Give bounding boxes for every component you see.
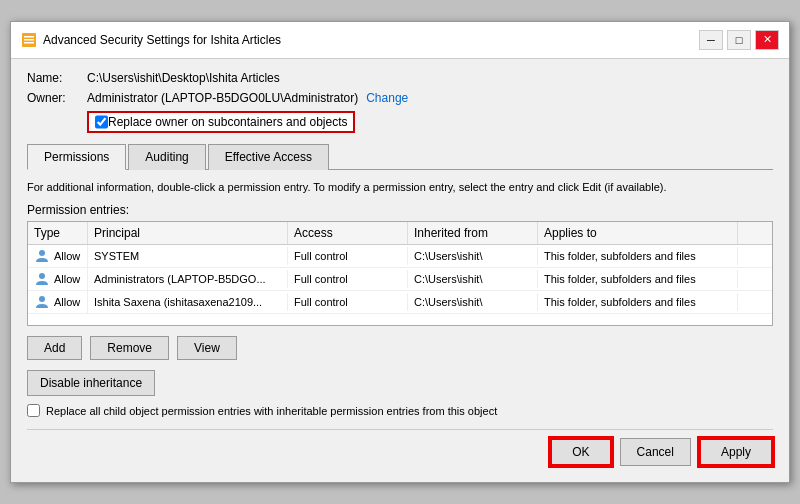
row1-access: Full control	[288, 247, 408, 265]
title-bar-controls: ─ □ ✕	[699, 30, 779, 50]
replace-owner-checkbox[interactable]	[95, 115, 108, 129]
info-text: For additional information, double-click…	[27, 180, 773, 195]
svg-rect-1	[24, 36, 34, 38]
col-access: Access	[288, 222, 408, 244]
row2-applies: This folder, subfolders and files	[538, 270, 738, 288]
content-area: Name: C:\Users\ishit\Desktop\Ishita Arti…	[11, 59, 789, 482]
minimize-button[interactable]: ─	[699, 30, 723, 50]
action-buttons: Add Remove View	[27, 336, 773, 360]
col-inherited: Inherited from	[408, 222, 538, 244]
row3-applies: This folder, subfolders and files	[538, 293, 738, 311]
tab-effective-access[interactable]: Effective Access	[208, 144, 329, 170]
row3-inherited: C:\Users\ishit\	[408, 293, 538, 311]
user-icon	[34, 248, 50, 264]
name-row: Name: C:\Users\ishit\Desktop\Ishita Arti…	[27, 71, 773, 85]
view-button[interactable]: View	[177, 336, 237, 360]
row1-applies: This folder, subfolders and files	[538, 247, 738, 265]
user-icon	[34, 271, 50, 287]
row1-principal: SYSTEM	[88, 247, 288, 265]
svg-point-6	[39, 296, 45, 302]
table-header: Type Principal Access Inherited from App…	[28, 222, 772, 245]
permission-entries-label: Permission entries:	[27, 203, 773, 217]
name-value: C:\Users\ishit\Desktop\Ishita Articles	[87, 71, 280, 85]
svg-rect-2	[24, 39, 34, 41]
row3-principal: Ishita Saxena (ishitasaxena2109...	[88, 293, 288, 311]
svg-point-5	[39, 273, 45, 279]
ok-button[interactable]: OK	[550, 438, 611, 466]
table-row[interactable]: Allow SYSTEM Full control C:\Users\ishit…	[28, 245, 772, 268]
tab-auditing[interactable]: Auditing	[128, 144, 205, 170]
name-label: Name:	[27, 71, 87, 85]
row2-principal: Administrators (LAPTOP-B5DGO...	[88, 270, 288, 288]
tabs-container: Permissions Auditing Effective Access	[27, 143, 773, 170]
window-title: Advanced Security Settings for Ishita Ar…	[43, 33, 281, 47]
row1-inherited: C:\Users\ishit\	[408, 247, 538, 265]
replace-all-checkbox[interactable]	[27, 404, 40, 417]
cancel-button[interactable]: Cancel	[620, 438, 691, 466]
user-icon	[34, 294, 50, 310]
col-applies: Applies to	[538, 222, 738, 244]
col-type: Type	[28, 222, 88, 244]
replace-owner-label: Replace owner on subcontainers and objec…	[108, 115, 347, 129]
row2-inherited: C:\Users\ishit\	[408, 270, 538, 288]
row3-access: Full control	[288, 293, 408, 311]
table-body: Allow SYSTEM Full control C:\Users\ishit…	[28, 245, 772, 325]
table-row[interactable]: Allow Ishita Saxena (ishitasaxena2109...…	[28, 291, 772, 314]
col-principal: Principal	[88, 222, 288, 244]
title-bar-left: Advanced Security Settings for Ishita Ar…	[21, 32, 281, 48]
replace-owner-container: Replace owner on subcontainers and objec…	[87, 111, 355, 133]
owner-label: Owner:	[27, 91, 87, 105]
tab-permissions[interactable]: Permissions	[27, 144, 126, 170]
bottom-buttons: OK Cancel Apply	[27, 429, 773, 470]
row2-type: Allow	[28, 268, 88, 290]
title-bar: Advanced Security Settings for Ishita Ar…	[11, 22, 789, 59]
row2-access: Full control	[288, 270, 408, 288]
maximize-button[interactable]: □	[727, 30, 751, 50]
disable-inheritance-button[interactable]: Disable inheritance	[27, 370, 155, 396]
apply-button[interactable]: Apply	[699, 438, 773, 466]
remove-button[interactable]: Remove	[90, 336, 169, 360]
table-row[interactable]: Allow Administrators (LAPTOP-B5DGO... Fu…	[28, 268, 772, 291]
replace-all-row: Replace all child object permission entr…	[27, 404, 773, 417]
window-icon	[21, 32, 37, 48]
main-window: Advanced Security Settings for Ishita Ar…	[10, 21, 790, 483]
replace-all-label: Replace all child object permission entr…	[46, 405, 497, 417]
owner-row: Owner: Administrator (LAPTOP-B5DGO0LU\Ad…	[27, 91, 773, 105]
close-button[interactable]: ✕	[755, 30, 779, 50]
owner-value: Administrator (LAPTOP-B5DGO0LU\Administr…	[87, 91, 358, 105]
row1-type: Allow	[28, 245, 88, 267]
add-button[interactable]: Add	[27, 336, 82, 360]
row3-type: Allow	[28, 291, 88, 313]
change-link[interactable]: Change	[366, 91, 408, 105]
svg-rect-3	[24, 42, 34, 44]
svg-point-4	[39, 250, 45, 256]
permissions-table: Type Principal Access Inherited from App…	[27, 221, 773, 326]
